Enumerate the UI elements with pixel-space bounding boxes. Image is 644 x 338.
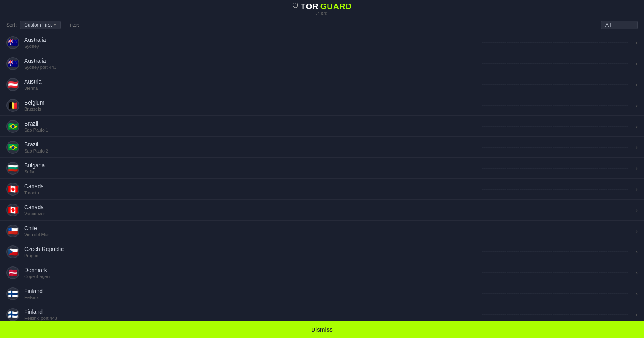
server-city: Vancouver bbox=[24, 211, 638, 216]
toolbar: Sort: Custom First Filter: All Streaming… bbox=[0, 18, 644, 32]
chevron-right-icon: › bbox=[636, 39, 638, 46]
sort-label: Sort: bbox=[6, 22, 17, 28]
flag-icon: 🇦🇺 bbox=[6, 57, 19, 70]
signal-lines bbox=[482, 210, 628, 210]
chevron-right-icon: › bbox=[636, 123, 638, 130]
filter-select[interactable]: All Streaming Standard bbox=[601, 21, 638, 29]
logo-guard: GUARD bbox=[320, 2, 352, 11]
list-item[interactable]: 🇧🇷BrazilSao Paulo 1› bbox=[0, 116, 644, 137]
list-item[interactable]: 🇧🇬BulgariaSofia› bbox=[0, 158, 644, 179]
list-item[interactable]: 🇫🇮FinlandHelsinki port 443› bbox=[0, 304, 644, 321]
flag-icon: 🇫🇮 bbox=[6, 308, 19, 321]
filter-select-wrapper: All Streaming Standard bbox=[601, 21, 638, 29]
chevron-right-icon: › bbox=[636, 81, 638, 88]
list-item[interactable]: 🇧🇪BelgiumBrussels› bbox=[0, 95, 644, 116]
server-city: Toronto bbox=[24, 190, 638, 195]
signal-lines bbox=[482, 189, 628, 189]
list-item[interactable]: 🇨🇱ChileVina del Mar› bbox=[0, 221, 644, 241]
server-city: Sydney bbox=[24, 44, 638, 49]
signal-lines bbox=[482, 147, 628, 147]
flag-icon: 🇦🇹 bbox=[6, 78, 19, 91]
list-item[interactable]: 🇨🇦CanadaVancouver› bbox=[0, 200, 644, 221]
server-city: Sao Paulo 1 bbox=[24, 128, 638, 132]
chevron-right-icon: › bbox=[636, 311, 638, 318]
server-city: Sao Paulo 2 bbox=[24, 148, 638, 153]
signal-lines bbox=[482, 84, 628, 84]
flag-icon: 🇨🇱 bbox=[6, 225, 19, 237]
flag-icon: 🇨🇦 bbox=[6, 183, 19, 196]
signal-lines bbox=[482, 272, 628, 273]
chevron-right-icon: › bbox=[636, 102, 638, 109]
chevron-right-icon: › bbox=[636, 249, 638, 255]
list-item[interactable]: 🇩🇰DenmarkCopenhagen› bbox=[0, 262, 644, 283]
list-item[interactable]: 🇧🇷BrazilSao Paulo 2› bbox=[0, 137, 644, 158]
signal-lines bbox=[482, 42, 628, 43]
list-item[interactable]: 🇦🇹AustriaVienna› bbox=[0, 74, 644, 95]
flag-icon: 🇨🇿 bbox=[6, 245, 19, 258]
shield-icon: 🛡 bbox=[292, 3, 299, 10]
flag-icon: 🇧🇷 bbox=[6, 141, 19, 154]
signal-lines bbox=[482, 314, 628, 315]
server-city: Copenhagen bbox=[24, 274, 638, 279]
signal-lines bbox=[482, 293, 628, 294]
server-list: 🇦🇺AustraliaSydney›🇦🇺AustraliaSydney port… bbox=[0, 32, 644, 321]
flag-icon: 🇧🇬 bbox=[6, 162, 19, 175]
dismiss-label: Dismiss bbox=[311, 326, 333, 333]
signal-lines bbox=[482, 105, 628, 105]
server-city: Brussels bbox=[24, 107, 638, 111]
flag-icon: 🇫🇮 bbox=[6, 287, 19, 300]
chevron-right-icon: › bbox=[636, 270, 638, 276]
server-city: Prague bbox=[24, 253, 638, 258]
chevron-right-icon: › bbox=[636, 186, 638, 192]
list-item[interactable]: 🇫🇮FinlandHelsinki› bbox=[0, 283, 644, 304]
signal-lines bbox=[482, 126, 628, 126]
list-item[interactable]: 🇦🇺AustraliaSydney port 443› bbox=[0, 53, 644, 74]
signal-lines bbox=[482, 231, 628, 231]
server-city: Sydney port 443 bbox=[24, 65, 638, 70]
chevron-right-icon: › bbox=[636, 228, 638, 234]
flag-icon: 🇨🇦 bbox=[6, 204, 19, 216]
chevron-right-icon: › bbox=[636, 291, 638, 297]
chevron-right-icon: › bbox=[636, 144, 638, 150]
chevron-right-icon: › bbox=[636, 60, 638, 67]
server-city: Sofia bbox=[24, 169, 638, 174]
list-item[interactable]: 🇦🇺AustraliaSydney› bbox=[0, 32, 644, 53]
flag-icon: 🇩🇰 bbox=[6, 266, 19, 279]
signal-lines bbox=[482, 168, 628, 168]
list-item[interactable]: 🇨🇿Czech RepublicPrague› bbox=[0, 241, 644, 262]
server-city: Helsinki port 443 bbox=[24, 316, 638, 321]
app-header: 🛡 TORGUARD v4.8.12 bbox=[0, 0, 644, 18]
sort-button[interactable]: Custom First bbox=[20, 21, 61, 29]
dismiss-button[interactable]: Dismiss bbox=[0, 321, 644, 338]
signal-lines bbox=[482, 251, 628, 252]
server-city: Vina del Mar bbox=[24, 232, 638, 237]
logo-tor: TOR bbox=[301, 2, 319, 11]
list-item[interactable]: 🇨🇦CanadaToronto› bbox=[0, 179, 644, 200]
server-city: Helsinki bbox=[24, 295, 638, 300]
signal-lines bbox=[482, 63, 628, 64]
filter-label: Filter: bbox=[67, 22, 79, 28]
flag-icon: 🇧🇷 bbox=[6, 120, 19, 133]
app-version: v4.8.12 bbox=[316, 12, 329, 16]
chevron-right-icon: › bbox=[636, 207, 638, 213]
logo: 🛡 TORGUARD v4.8.12 bbox=[292, 2, 352, 16]
server-city: Vienna bbox=[24, 86, 638, 91]
flag-icon: 🇧🇪 bbox=[6, 99, 19, 112]
chevron-right-icon: › bbox=[636, 165, 638, 171]
flag-icon: 🇦🇺 bbox=[6, 36, 19, 49]
